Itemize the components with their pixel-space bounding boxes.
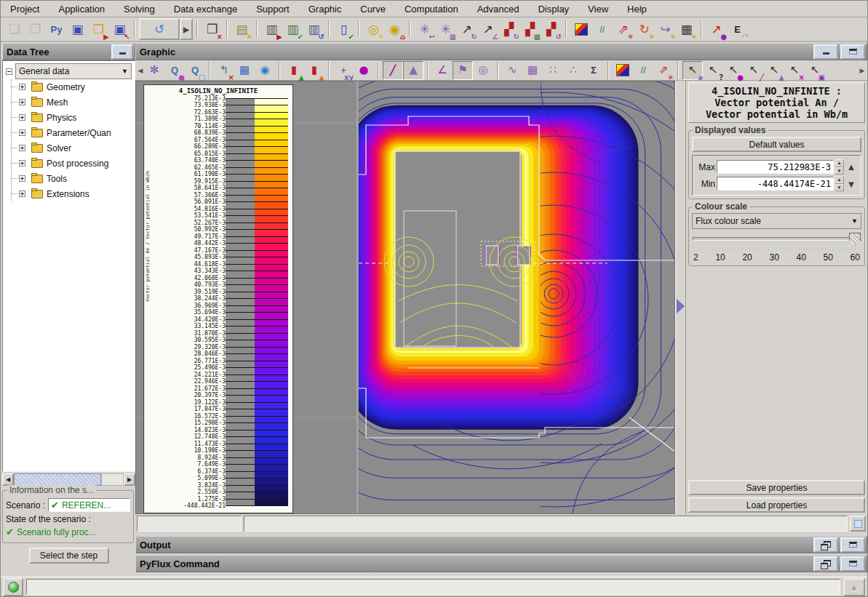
menu-data-exchange[interactable]: Data exchange (164, 2, 247, 16)
results-database-button[interactable]: ▥✔ (282, 19, 303, 39)
slider-track[interactable] (693, 237, 861, 241)
tree-root-expander[interactable]: − (6, 68, 12, 75)
zoom-previous-button[interactable]: ↰× (214, 61, 234, 80)
graphic-minimize-button[interactable] (813, 44, 838, 60)
tree-expander-icon[interactable]: + (19, 129, 25, 136)
pyflux-float-button[interactable] (813, 556, 838, 572)
select-points-button[interactable]: ● (354, 61, 374, 80)
python-editor-button[interactable]: Py (46, 19, 67, 39)
data-tree-collapse-button[interactable] (111, 44, 133, 60)
tree-expander-icon[interactable]: + (19, 145, 25, 151)
tree-item-physics[interactable]: +Physics (12, 110, 135, 125)
check-physics-button[interactable]: ▯✔ (333, 19, 354, 39)
point-set-button[interactable]: ∴ (563, 61, 584, 80)
decrease-min-icon[interactable]: ▼ (847, 179, 856, 190)
scrollbar-thumb[interactable] (14, 473, 101, 486)
undo-button[interactable]: ↺ (139, 18, 180, 40)
tree-expander-icon[interactable]: + (19, 175, 25, 182)
select-lines-button[interactable]: ╱ (383, 61, 403, 80)
isovalues-on-curve-button[interactable]: ✳↩ (414, 19, 435, 39)
tree-item-solver[interactable]: +Solver (12, 140, 135, 156)
scroll-left-icon[interactable]: ◀ (2, 473, 14, 486)
run-python-file-button[interactable]: ❒▶ (88, 19, 109, 39)
menu-view[interactable]: View (578, 2, 618, 16)
compute-sensor-button[interactable]: ◎✦ (363, 19, 384, 39)
menu-support[interactable]: Support (247, 2, 299, 16)
default-values-button[interactable]: Default values (692, 137, 861, 152)
load-properties-button[interactable]: Load properties (688, 497, 865, 513)
delete-results-button[interactable]: ▥↺ (303, 19, 324, 39)
spin-down-icon[interactable]: ▼ (835, 167, 844, 175)
select-path-button[interactable]: ∿ (502, 61, 522, 80)
menu-computation[interactable]: Computation (395, 2, 468, 16)
save-project-button[interactable]: ▣ (67, 19, 88, 39)
select-step-button[interactable]: Select the step (29, 548, 109, 564)
save-project-as-button[interactable]: ▣↖ (109, 19, 130, 39)
panel-splitter[interactable] (675, 81, 686, 514)
select-faces-button[interactable]: ▲ (403, 61, 423, 80)
electric-field-button[interactable]: E◠ (727, 19, 748, 39)
tree-item-geometry[interactable]: +Geometry (12, 79, 135, 95)
max-value-input[interactable] (717, 160, 834, 174)
curve-vs-time-button[interactable]: ↗↻ (456, 19, 477, 39)
tree-item-parameter-quan[interactable]: +Parameter/Quan (12, 125, 135, 140)
select-grid-button[interactable]: ▦ (522, 61, 543, 80)
cursor-deselect-button[interactable]: ↖× (784, 61, 805, 80)
probe-arrow-button[interactable]: ↗● (706, 19, 727, 39)
min-spinner[interactable]: ▲▼ (835, 176, 844, 191)
hatched-plot-button[interactable]: // (592, 19, 613, 39)
cursor-face-button[interactable]: ↖▲ (764, 61, 784, 80)
colour-levels-slider[interactable] (693, 232, 861, 245)
animation-button[interactable]: ▦✳ (676, 19, 697, 39)
color-shade-plot-button[interactable] (570, 19, 592, 39)
tree-expander-icon[interactable]: + (19, 99, 25, 105)
increase-max-icon[interactable]: ▲ (847, 161, 856, 172)
sum-values-button[interactable]: Σ (584, 61, 604, 80)
toolbar-scroll-left-icon[interactable]: ◀ (137, 62, 144, 79)
output-maximize-button[interactable] (840, 537, 865, 553)
tree-root-combo[interactable]: General data ▼ (15, 63, 132, 79)
isovalues-plot[interactable]: 4_ISOLIN_NO_INFINITE Vector potential An… (135, 81, 675, 514)
spin-up-icon[interactable]: ▲ (835, 159, 844, 167)
toolbar-scroll-right-icon[interactable]: ▶ (859, 62, 866, 79)
scroll-right-icon[interactable]: ▶ (124, 473, 135, 486)
spectrum-vs-step-button[interactable]: ▞↺ (541, 19, 562, 39)
local-axes-button[interactable]: +xy (333, 61, 354, 80)
min-value-input[interactable] (717, 177, 834, 191)
tree-horizontal-scrollbar[interactable]: ◀ ▶ (2, 473, 135, 486)
cursor-volume-button[interactable]: ↖▣ (805, 61, 825, 80)
curve-vs-path-button[interactable]: ↗∠ (477, 19, 498, 39)
compute-on-device-button[interactable]: ◉⌂ (384, 19, 405, 39)
menu-solving[interactable]: Solving (114, 2, 164, 16)
tree-item-tools[interactable]: +Tools (12, 171, 135, 186)
particle-path-button[interactable]: ↪✳ (655, 19, 676, 39)
job-status-button[interactable] (3, 578, 23, 596)
zoom-window-button[interactable]: Q▢ (185, 61, 205, 80)
output-titlebar[interactable]: Output (135, 536, 867, 553)
pyflux-titlebar[interactable]: PyFlux Command (135, 555, 867, 572)
run-solver-button[interactable]: ▥▶ (261, 19, 282, 39)
tree-expander-icon[interactable]: + (19, 160, 25, 167)
cursor-default-button[interactable]: ↖⌀ (682, 61, 703, 80)
measure-angle-button[interactable]: ∠ (432, 61, 453, 80)
spin-down-icon[interactable]: ▼ (835, 184, 844, 192)
tree-item-post-processing[interactable]: +Post processing (12, 156, 135, 171)
shade-display-button[interactable] (613, 61, 633, 80)
spectrum-on-grid-button[interactable]: ▞▦ (519, 19, 541, 39)
undo-history-button[interactable]: ▸ (180, 18, 193, 40)
world-view-button[interactable]: ◉ (255, 61, 275, 80)
graphic-maximize-button[interactable] (840, 44, 865, 60)
tree-item-extensions[interactable]: +Extensions (12, 186, 135, 201)
tree-expander-icon[interactable]: + (19, 84, 25, 90)
flux-lines-button[interactable]: ↻✳ (634, 19, 655, 39)
pyflux-maximize-button[interactable] (840, 556, 865, 572)
colour-scale-combo[interactable]: Flux colour scale ▼ (692, 213, 861, 229)
isovalues-on-grid-button[interactable]: ✳▦ (435, 19, 456, 39)
new-document-button[interactable]: ❏ (4, 19, 25, 39)
close-graphic-views-button[interactable]: ❐× (202, 19, 223, 39)
cursor-info-button[interactable]: ↖? (703, 61, 723, 80)
menu-help[interactable]: Help (618, 2, 656, 16)
menu-advanced[interactable]: Advanced (468, 2, 529, 16)
rotate-view-button[interactable]: ✻ (144, 61, 164, 80)
vector-plot-button[interactable]: ⇗✳ (613, 19, 634, 39)
